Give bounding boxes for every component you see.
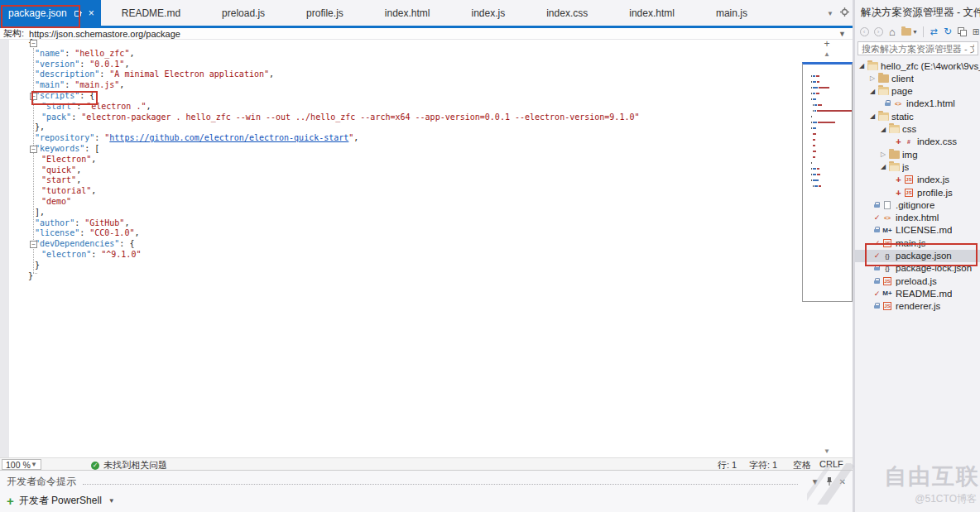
code-token: "author" [35, 218, 74, 227]
options-gear-icon[interactable] [840, 7, 849, 19]
code-line[interactable]: "electron": "^9.1.0" [28, 250, 802, 261]
code-line[interactable]: "description": "A minimal Electron appli… [28, 69, 802, 80]
tree-item-index.html[interactable]: ✓<>index.html [855, 212, 980, 224]
code-line[interactable]: "tutorial", [28, 186, 802, 197]
chevron-expanded-icon[interactable]: ◢ [857, 62, 867, 69]
terminal-dropdown-icon[interactable]: ▼ [811, 477, 819, 486]
chevron-expanded-icon[interactable]: ◢ [878, 126, 888, 133]
tree-item-index1.html[interactable]: <>index1.html [855, 98, 980, 110]
tab-index.css[interactable]: index.css [526, 0, 608, 26]
tab-index.html[interactable]: index.html [608, 0, 695, 26]
code-line[interactable]: "version": "0.0.1", [28, 60, 802, 70]
tree-item-README.md[interactable]: ✓M+README.md [855, 287, 980, 299]
status-eol-mode[interactable]: CRLF [819, 459, 843, 469]
refresh-icon[interactable]: ↻ [942, 26, 954, 37]
tree-item-img[interactable]: ▷img [855, 148, 980, 160]
code-line[interactable]: ], [28, 208, 802, 218]
splitter-handle-icon[interactable]: + [819, 38, 834, 50]
tree-item-preload.js[interactable]: JSpreload.js [855, 275, 980, 287]
code-link[interactable]: https://github.com/electron/electron-qui… [109, 133, 348, 142]
new-terminal-button[interactable]: + 开发者 PowerShell ▼ [7, 494, 115, 508]
code-line[interactable]: "keywords": [ [28, 144, 802, 155]
scroll-down-icon[interactable]: ▼ [821, 447, 833, 456]
tree-item-js[interactable]: ◢js [855, 160, 980, 173]
close-icon[interactable]: ✕ [839, 477, 846, 486]
tree-item-index.js[interactable]: +JSindex.js [855, 174, 980, 186]
lock-status-icon [872, 201, 882, 209]
chevron-expanded-icon[interactable]: ◢ [867, 112, 877, 120]
code-line[interactable]: "quick", [28, 165, 802, 176]
minimap-seg [813, 156, 815, 158]
code-token: , [76, 165, 81, 175]
tree-item-static[interactable]: ◢static [855, 110, 980, 122]
tab-preload.js[interactable]: preload.js [201, 0, 286, 26]
schema-url[interactable]: https://json.schemastore.org/package [29, 29, 180, 39]
collapse-all-icon[interactable] [956, 26, 968, 37]
fold-toggle[interactable]: − [30, 241, 37, 248]
tree-item-css[interactable]: ◢css [855, 123, 980, 136]
tab-index.js[interactable]: index.js [451, 0, 526, 26]
pin-icon[interactable] [826, 476, 833, 487]
fold-toggle[interactable]: − [30, 40, 37, 47]
tree-item-index.css[interactable]: +#index.css [855, 136, 980, 148]
close-icon[interactable]: × [89, 8, 94, 18]
code-line[interactable]: "demo" [28, 197, 802, 208]
chevron-collapsed-icon[interactable]: ▷ [878, 151, 888, 158]
sync-selection-icon[interactable]: ⇄ [928, 26, 939, 37]
code-line[interactable]: "start", [28, 175, 802, 186]
terminal-header[interactable]: 开发者命令提示 ▼ ✕ [7, 475, 846, 489]
tree-item-label: page [891, 86, 913, 96]
home-icon[interactable]: ⌂ [886, 26, 898, 37]
tree-item-label: css [902, 124, 916, 134]
tab-label: README.md [122, 7, 180, 19]
code-lines[interactable]: {"name": "hello_zfc","version": "0.0.1",… [28, 38, 802, 281]
code-line[interactable]: "author": "GitHub", [28, 218, 802, 229]
tab-README.md[interactable]: README.md [101, 0, 201, 26]
tree-item-client[interactable]: ▷client [855, 72, 980, 84]
scrollbar-minimap[interactable] [802, 62, 853, 302]
back-icon[interactable]: ‹ [858, 26, 870, 37]
forward-icon[interactable]: › [872, 26, 884, 37]
code-line[interactable]: "main": "main.js", [28, 80, 802, 91]
code-line[interactable]: "license": "CC0-1.0", [28, 228, 802, 239]
code-line[interactable]: "Electron", [28, 155, 802, 165]
tree-item-page[interactable]: ◢page [855, 85, 980, 98]
code-line[interactable]: "pack": "electron-packager . hello_zfc -… [28, 112, 802, 123]
code-line[interactable]: "devDependencies": { [28, 239, 802, 250]
code-token: "main" [35, 80, 65, 89]
tree-item-LICENSE.md[interactable]: M+LICENSE.md [855, 224, 980, 237]
zoom-value: 100 % [6, 460, 31, 470]
tree-item-hello-zfc-E-4work-9vs-[interactable]: ◢hello_zfc (E:\4work\9vs_ [855, 60, 980, 72]
tab-main.js[interactable]: main.js [695, 0, 768, 26]
code-line[interactable]: } [28, 271, 802, 282]
tab-index.html[interactable]: index.html [364, 0, 451, 26]
folder-icon [867, 62, 878, 70]
tree-item-.gitignore[interactable]: .gitignore [855, 199, 980, 211]
minimap-seg [813, 133, 816, 135]
code-line[interactable]: "start": "electron .", [28, 102, 802, 112]
code-line[interactable]: }, [28, 122, 802, 133]
fold-toggle[interactable]: − [30, 146, 37, 153]
minimap-seg [811, 127, 812, 129]
code-line[interactable]: { [28, 38, 802, 49]
terminal-type-dropdown-icon[interactable]: ▼ [108, 497, 115, 505]
terminal-panel: 开发者命令提示 ▼ ✕ + 开发者 PowerShell ▼ [0, 470, 853, 512]
code-line[interactable]: "scripts": { [28, 91, 802, 102]
tab-profile.js[interactable]: profile.js [286, 0, 364, 26]
properties-icon[interactable]: ⊞ [970, 26, 980, 37]
code-line[interactable]: "repository": "https://github.com/electr… [28, 133, 802, 144]
chevron-collapsed-icon[interactable]: ▷ [867, 74, 877, 82]
schema-dropdown-icon[interactable]: ▼ [838, 30, 846, 38]
code-line[interactable]: "name": "hello_zfc", [28, 49, 802, 60]
chevron-expanded-icon[interactable]: ◢ [867, 88, 877, 95]
code-line[interactable]: } [28, 261, 802, 271]
zoom-select[interactable]: 100 % ▼ [2, 459, 41, 470]
window-list-dropdown-icon[interactable]: ▼ [827, 10, 833, 17]
switch-views-icon[interactable]: ▼ [901, 26, 919, 37]
code-token: "start" [41, 175, 76, 184]
chevron-expanded-icon[interactable]: ◢ [878, 163, 888, 170]
search-input[interactable] [858, 41, 978, 55]
tree-item-profile.js[interactable]: +JSprofile.js [855, 186, 980, 199]
tree-item-renderer.js[interactable]: JSrenderer.js [855, 300, 980, 313]
scroll-up-icon[interactable]: ▲ [821, 50, 833, 59]
